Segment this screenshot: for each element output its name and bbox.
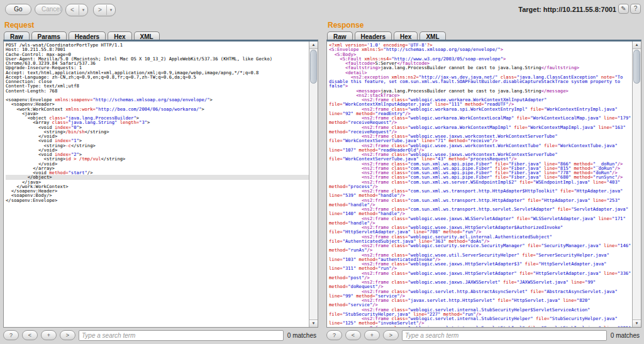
scroll-up-icon[interactable]: ▲ [633,42,641,49]
scroll-up-icon[interactable]: ▲ [309,42,318,49]
search-next-button[interactable]: > [60,330,75,340]
search-options-button[interactable]: ? [326,330,342,340]
request-editor[interactable]: POST /wls-wsat/CoordinatorPortType HTTP/… [4,42,309,327]
request-scrollbar[interactable]: ▲ ▼ [309,42,318,327]
help-button[interactable]: ? [630,4,641,14]
target-url: http://10.211.55.8:7001 [543,6,616,13]
search-previous-button[interactable]: < [22,330,38,340]
target-label: Target: [518,6,541,13]
search-add-button[interactable]: + [41,330,57,340]
toolbar: Go Cancel < ▾ > ▾ Target: http://10.211.… [0,0,644,19]
search-input[interactable] [402,330,607,341]
go-button[interactable]: Go [5,4,31,15]
repeater-window: Go Cancel < ▾ > ▾ Target: http://10.211.… [0,0,644,344]
search-add-button[interactable]: + [364,330,380,340]
response-tab-bar: RawHeadersHexXML [327,30,448,40]
previous-request-button[interactable]: < ▾ [65,4,88,16]
target-display: Target: http://10.211.55.8:7001 [518,6,616,13]
response-scrollbar[interactable]: ▲ ▼ [632,42,641,327]
search-options-button[interactable]: ? [3,330,19,340]
response-panel: Response RawHeadersHexXML <?xml version=… [326,20,641,341]
scroll-down-icon[interactable]: ▼ [309,319,318,327]
response-editor[interactable]: <?xml version='1.0' encoding='UTF-8'?><S… [327,42,633,327]
help-icon: ? [634,5,638,12]
chevron-down-icon[interactable]: ▾ [106,5,116,15]
search-input[interactable] [79,330,284,341]
forward-arrow-label: > [94,5,106,15]
scrollbar-thumb[interactable] [633,50,640,84]
request-panel-title: Request [4,21,34,30]
response-panel-title: Response [328,21,364,30]
request-editor-area: POST /wls-wsat/CoordinatorPortType HTTP/… [3,40,318,328]
response-search-bar: ? < + > 0 matches [326,329,641,341]
response-editor-area: <?xml version='1.0' encoding='UTF-8'?><S… [326,40,641,328]
search-match-count: 0 matches [287,332,318,339]
chevron-down-icon[interactable]: ▾ [79,5,88,15]
request-tab-bar: RawParamsHeadersHexXML [4,30,162,40]
scroll-down-icon[interactable]: ▼ [633,319,641,327]
edit-target-button[interactable]: ✎ [618,4,629,14]
search-match-count: 0 matches [610,332,641,339]
pencil-icon: ✎ [621,5,626,12]
search-previous-button[interactable]: < [345,330,361,340]
next-request-button[interactable]: > ▾ [93,4,116,16]
request-search-bar: ? < + > 0 matches [3,329,318,341]
request-panel: Request RawParamsHeadersHexXML POST /wls… [3,20,318,341]
search-next-button[interactable]: > [383,330,399,340]
cancel-button[interactable]: Cancel [35,4,62,15]
scrollbar-thumb[interactable] [310,50,317,84]
back-arrow-label: < [66,5,79,15]
